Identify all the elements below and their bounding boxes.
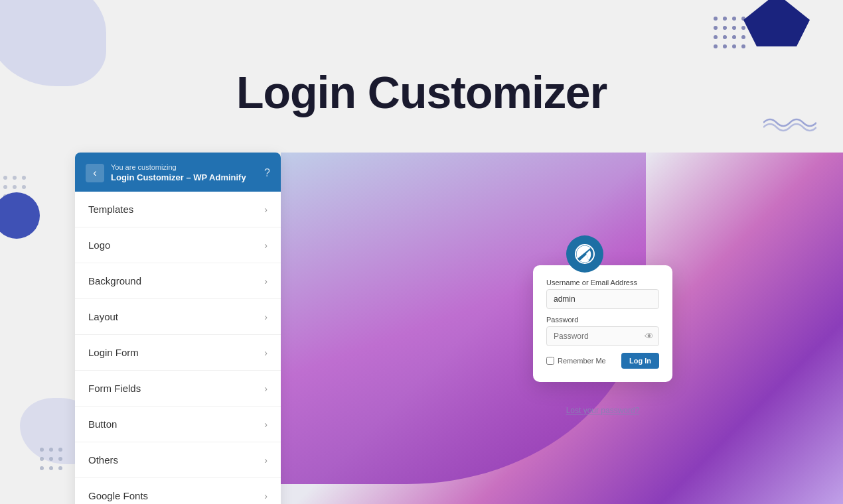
sidebar-item-login-form-label: Login Form (88, 347, 139, 358)
bg-dots-bottom-left (37, 444, 76, 484)
background-arrow-icon: › (264, 276, 268, 286)
svg-point-24 (40, 466, 44, 470)
svg-point-0 (3, 176, 7, 180)
sidebar-item-form-fields[interactable]: Form Fields › (75, 371, 281, 407)
remember-me-checkbox[interactable] (546, 357, 554, 365)
svg-point-40 (723, 44, 727, 48)
form-fields-arrow-icon: › (264, 383, 268, 394)
google-fonts-arrow-icon: › (264, 491, 268, 501)
sidebar: ‹ You are customizing Login Customizer –… (75, 153, 281, 504)
svg-point-26 (58, 466, 62, 470)
login-button[interactable]: Log In (621, 353, 659, 369)
svg-point-5 (22, 185, 26, 189)
password-label: Password (546, 316, 659, 324)
svg-point-36 (723, 35, 727, 39)
svg-point-29 (732, 17, 736, 21)
login-form-arrow-icon: › (264, 347, 268, 358)
svg-point-4 (13, 185, 17, 189)
page-title: Login Customizer (0, 66, 843, 118)
logo-arrow-icon: › (264, 240, 268, 251)
sidebar-help-button[interactable]: ? (264, 167, 270, 179)
password-toggle-icon[interactable]: 👁 (645, 331, 654, 342)
sidebar-item-others-label: Others (88, 454, 118, 466)
login-card: Username or Email Address Password 👁 Rem… (533, 265, 672, 382)
svg-point-23 (58, 457, 62, 461)
svg-point-35 (714, 35, 718, 39)
lost-password-link[interactable]: Lost your password? (533, 406, 672, 415)
svg-point-27 (714, 17, 718, 21)
svg-point-39 (714, 44, 718, 48)
svg-point-41 (732, 44, 736, 48)
svg-point-20 (58, 448, 62, 452)
sidebar-item-login-form[interactable]: Login Form › (75, 335, 281, 371)
sidebar-plugin-title: Login Customizer – WP Adminify (111, 172, 258, 182)
templates-arrow-icon: › (264, 204, 268, 215)
svg-point-18 (40, 448, 44, 452)
username-input[interactable] (546, 289, 659, 309)
svg-point-37 (732, 35, 736, 39)
preview-area: Username or Email Address Password 👁 Rem… (281, 153, 843, 504)
wp-logo-svg (574, 243, 595, 265)
sidebar-item-logo[interactable]: Logo › (75, 227, 281, 263)
remember-row: Remember Me Log In (546, 353, 659, 369)
username-label: Username or Email Address (546, 279, 659, 286)
remember-me-text: Remember Me (558, 357, 606, 365)
svg-point-42 (741, 44, 745, 48)
sidebar-item-others[interactable]: Others › (75, 442, 281, 478)
wp-logo-wrapper (566, 235, 603, 273)
wordpress-logo (566, 235, 603, 273)
sidebar-header-text: You are customizing Login Customizer – W… (111, 163, 258, 182)
button-arrow-icon: › (264, 419, 268, 430)
svg-point-31 (714, 26, 718, 30)
others-arrow-icon: › (264, 455, 268, 466)
sidebar-item-background[interactable]: Background › (75, 263, 281, 299)
remember-me-label: Remember Me (546, 357, 606, 365)
svg-point-19 (49, 448, 53, 452)
sidebar-back-button[interactable]: ‹ (86, 164, 104, 182)
svg-point-28 (723, 17, 727, 21)
svg-point-1 (13, 176, 17, 180)
svg-point-38 (741, 35, 745, 39)
bg-dots-top-right (710, 13, 763, 66)
password-group: Password 👁 (546, 316, 659, 346)
sidebar-item-form-fields-label: Form Fields (88, 383, 141, 394)
svg-point-34 (741, 26, 745, 30)
sidebar-item-button[interactable]: Button › (75, 407, 281, 442)
svg-point-32 (723, 26, 727, 30)
sidebar-item-logo-label: Logo (88, 239, 110, 251)
svg-point-22 (49, 457, 53, 461)
svg-point-25 (49, 466, 53, 470)
layout-arrow-icon: › (264, 312, 268, 322)
svg-point-21 (40, 457, 44, 461)
password-input-wrapper: 👁 (546, 326, 659, 346)
password-input[interactable] (546, 326, 659, 346)
sidebar-item-google-fonts-label: Google Fonts (88, 490, 148, 501)
username-group: Username or Email Address (546, 279, 659, 309)
svg-point-30 (741, 17, 745, 21)
sidebar-customizing-label: You are customizing (111, 163, 258, 171)
svg-point-3 (3, 185, 7, 189)
bg-circle-blue (0, 192, 40, 239)
sidebar-item-layout-label: Layout (88, 311, 118, 322)
svg-point-2 (22, 176, 26, 180)
sidebar-item-background-label: Background (88, 275, 141, 286)
sidebar-item-templates-label: Templates (88, 204, 133, 215)
sidebar-header: ‹ You are customizing Login Customizer –… (75, 153, 281, 192)
sidebar-item-google-fonts[interactable]: Google Fonts › (75, 478, 281, 504)
sidebar-item-templates[interactable]: Templates › (75, 192, 281, 227)
sidebar-item-button-label: Button (88, 418, 117, 430)
svg-point-33 (732, 26, 736, 30)
sidebar-item-layout[interactable]: Layout › (75, 299, 281, 335)
